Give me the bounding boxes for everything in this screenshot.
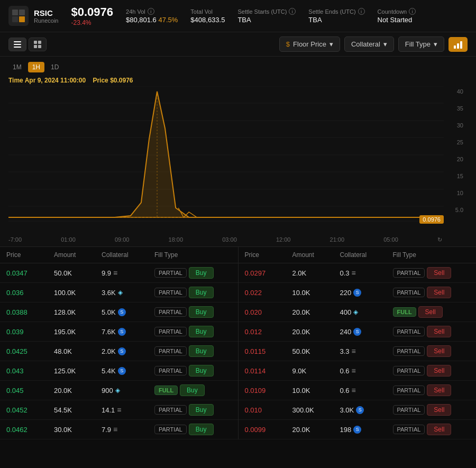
info-icon-countdown[interactable]: i	[409, 8, 416, 15]
row-amount: 20.0K	[292, 308, 340, 316]
buy-button[interactable]: Buy	[180, 384, 205, 396]
fill-tag-partial: PARTIAL	[154, 346, 187, 356]
chart-y-axis: 40 35 30 25 20 15 10 5.0	[444, 86, 468, 234]
buy-button[interactable]: Buy	[189, 267, 214, 279]
row-collateral: 0.3 ≡	[340, 269, 393, 277]
row-amount: 20.0K	[292, 426, 340, 434]
stat-settle-ends-label: Settle Ends (UTC) i	[308, 8, 364, 15]
stat-24h-vol-label: 24h Vol i	[126, 8, 178, 15]
buy-button[interactable]: Buy	[189, 365, 214, 377]
sell-button[interactable]: Sell	[427, 287, 451, 298]
stat-countdown: Countdown i Not Started	[378, 8, 416, 24]
row-price: 0.0099	[245, 426, 292, 434]
buy-button[interactable]: Buy	[189, 424, 214, 435]
row-price: 0.012	[245, 328, 292, 336]
sell-button[interactable]: Sell	[427, 424, 451, 435]
floor-price-dropdown[interactable]: $ Floor Price ▾	[279, 36, 340, 52]
svg-rect-12	[457, 43, 459, 49]
chevron-down-icon-3: ▾	[434, 40, 437, 48]
row-collateral: 240 S	[340, 328, 393, 336]
buy-button[interactable]: Buy	[189, 404, 214, 416]
blue-circle-icon: S	[118, 367, 126, 375]
buy-button[interactable]: Buy	[189, 345, 214, 357]
stat-total-vol-value: $408,633.5	[190, 16, 225, 24]
logo-subtitle: Runecoin	[34, 17, 58, 24]
lines-icon: ≡	[352, 366, 356, 375]
row-fill: PARTIAL Buy	[154, 287, 232, 298]
svg-rect-5	[14, 44, 21, 45]
collateral-dropdown[interactable]: Collateral ▾	[344, 36, 394, 52]
svg-rect-4	[14, 41, 21, 42]
dollar-icon: $	[286, 40, 290, 48]
lines-icon: ≡	[352, 269, 356, 277]
sell-button[interactable]: Sell	[418, 306, 443, 318]
stat-settle-ends: Settle Ends (UTC) i TBA	[308, 8, 364, 24]
header-price: $0.0976 -23.4%	[71, 5, 113, 26]
table-row: 0.0109 10.0K 0.6 ≡ PARTIAL Sell	[239, 381, 477, 400]
chart-x-axis: -7:00 01:00 09:00 18:00 03:00 12:00 21:0…	[8, 234, 442, 246]
svg-rect-2	[12, 16, 18, 22]
row-amount: 50.0K	[54, 269, 102, 277]
row-collateral: 0.6 ≡	[340, 366, 393, 375]
row-fill: PARTIAL Sell	[393, 365, 470, 377]
refresh-icon[interactable]: ↻	[437, 236, 442, 243]
sell-button[interactable]: Sell	[427, 326, 451, 337]
buy-button[interactable]: Buy	[189, 326, 214, 337]
fill-tag-partial: PARTIAL	[393, 425, 425, 434]
row-price: 0.0297	[245, 269, 292, 277]
header: RSIC Runecoin $0.0976 -23.4% 24h Vol i $…	[0, 0, 476, 32]
row-amount: 10.0K	[292, 289, 340, 297]
row-collateral: 5.0K S	[102, 308, 154, 316]
table-row: 0.039 195.0K 7.6K S PARTIAL Buy	[0, 322, 238, 342]
info-icon-settle-end[interactable]: i	[358, 8, 365, 15]
sell-button[interactable]: Sell	[427, 365, 451, 377]
info-icon-24h[interactable]: i	[148, 8, 154, 15]
table-row: 0.010 300.0K 3.0K S PARTIAL Sell	[239, 400, 477, 420]
fill-tag-partial: PARTIAL	[393, 288, 425, 297]
grid-view-button[interactable]	[29, 38, 47, 51]
logo-icon	[8, 6, 29, 26]
row-collateral: 7.6K S	[102, 328, 154, 336]
buy-table-header: Price Amount Collateral Fill Type	[0, 247, 238, 263]
list-view-button[interactable]	[8, 38, 26, 51]
row-collateral: 14.1 ≡	[102, 406, 154, 414]
chart-container: 0.0976 40 35 30 25 20 15 10 5.0	[8, 86, 468, 234]
svg-rect-8	[38, 41, 41, 44]
svg-rect-6	[14, 47, 21, 48]
chevron-down-icon: ▾	[329, 40, 333, 48]
row-collateral: 198 S	[340, 426, 393, 434]
chart-tab-1m[interactable]: 1M	[8, 62, 26, 72]
fill-tag-partial: PARTIAL	[393, 346, 425, 356]
fill-tag-partial: PARTIAL	[154, 307, 187, 317]
row-fill: PARTIAL Buy	[154, 306, 232, 318]
sell-button[interactable]: Sell	[427, 384, 451, 396]
chart-price-label: Price	[93, 77, 110, 84]
buy-button[interactable]: Buy	[189, 287, 214, 298]
chart-tab-1h[interactable]: 1H	[28, 62, 44, 72]
svg-rect-7	[34, 41, 37, 44]
chart-tab-1d[interactable]: 1D	[47, 62, 63, 72]
collateral-label: Collateral	[351, 40, 380, 48]
stat-settle-starts-label: Settle Starts (UTC) i	[237, 8, 296, 15]
lines-icon: ≡	[352, 347, 356, 355]
toolbar: $ Floor Price ▾ Collateral ▾ Fill Type ▾	[0, 32, 476, 57]
sell-button[interactable]: Sell	[427, 404, 451, 416]
chart-toggle-button[interactable]	[448, 37, 468, 52]
table-row: 0.0114 9.0K 0.6 ≡ PARTIAL Sell	[239, 361, 477, 381]
sell-button[interactable]: Sell	[427, 345, 451, 357]
sell-table-body: 0.0297 2.0K 0.3 ≡ PARTIAL Sell 0.022 10.…	[239, 263, 477, 439]
blue-circle-icon: S	[353, 426, 361, 434]
row-amount: 100.0K	[54, 289, 102, 297]
info-icon-settle-start[interactable]: i	[289, 8, 296, 15]
chart-price-value: $0.0976	[110, 77, 133, 84]
sell-button[interactable]: Sell	[427, 267, 451, 279]
chart-info-bar: Time Apr 9, 2024 11:00:00 Price $0.0976	[8, 77, 468, 84]
buy-button[interactable]: Buy	[189, 306, 214, 318]
chart-area: 1M 1H 1D Time Apr 9, 2024 11:00:00 Price…	[0, 57, 476, 247]
table-row: 0.0347 50.0K 9.9 ≡ PARTIAL Buy	[0, 263, 238, 283]
row-fill: PARTIAL Buy	[154, 404, 232, 416]
fill-tag-partial: PARTIAL	[393, 386, 425, 395]
fill-type-dropdown[interactable]: Fill Type ▾	[398, 36, 444, 52]
diamond-icon: ◈	[353, 308, 358, 316]
row-collateral: 7.9 ≡	[102, 425, 154, 434]
